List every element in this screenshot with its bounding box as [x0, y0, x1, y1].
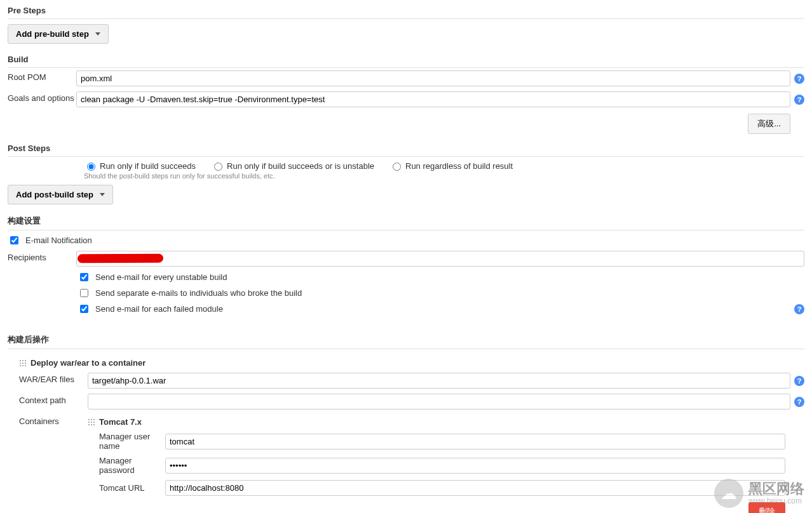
recipients-label: Recipients	[8, 251, 76, 262]
radio-run-unstable-input[interactable]	[214, 163, 222, 171]
recipients-input[interactable]	[76, 251, 804, 267]
context-path-input[interactable]	[88, 394, 790, 410]
drag-handle-icon[interactable]	[88, 418, 95, 426]
radio-run-succeeds-label: Run only if build succeeds	[100, 161, 196, 171]
help-icon[interactable]: ?	[794, 74, 804, 84]
tomcat-title: Tomcat 7.x	[99, 417, 142, 427]
radio-run-unstable-label: Run only if build succeeds or is unstabl…	[227, 161, 374, 171]
email-failed-module-label: Send e-mail for each failed module	[95, 304, 223, 314]
radio-run-regardless-input[interactable]	[393, 163, 401, 171]
add-pre-build-step-label: Add pre-build step	[16, 29, 89, 39]
build-settings-header: 构建设置	[8, 212, 804, 230]
email-unstable-checkbox[interactable]	[80, 273, 88, 281]
delete-container-button[interactable]: 删除	[748, 502, 785, 513]
pre-steps-header: Pre Steps	[8, 3, 804, 19]
email-failed-module-checkbox[interactable]	[80, 305, 88, 313]
root-pom-input[interactable]	[76, 70, 790, 86]
deploy-war-title: Deploy war/ear to a container	[30, 358, 145, 368]
manager-password-input[interactable]	[165, 458, 785, 474]
manager-username-input[interactable]	[165, 434, 785, 450]
context-path-label: Context path	[19, 394, 88, 405]
manager-username-label: Manager user name	[99, 432, 165, 451]
goals-label: Goals and options	[8, 91, 76, 103]
goals-input[interactable]	[76, 91, 790, 107]
help-icon[interactable]: ?	[794, 95, 804, 105]
post-build-actions-header: 构建后操作	[8, 331, 804, 349]
email-notification-checkbox[interactable]	[10, 236, 18, 244]
redacted-marker	[78, 253, 163, 263]
post-steps-header: Post Steps	[8, 140, 804, 157]
help-icon[interactable]: ?	[794, 397, 804, 407]
tomcat-url-input[interactable]	[165, 480, 785, 496]
add-post-build-step-label: Add post-build step	[16, 190, 93, 199]
post-steps-hint: Should the post-build steps run only for…	[8, 172, 804, 180]
containers-label: Containers	[19, 415, 88, 426]
help-icon[interactable]: ?	[794, 304, 804, 314]
add-pre-build-step-button[interactable]: Add pre-build step	[8, 24, 109, 44]
email-individuals-checkbox[interactable]	[80, 289, 88, 297]
drag-handle-icon[interactable]	[19, 359, 27, 367]
radio-run-succeeds[interactable]: Run only if build succeeds	[84, 161, 196, 171]
email-unstable-label: Send e-mail for every unstable build	[95, 272, 227, 282]
email-notification-label: E-mail Notification	[25, 236, 92, 245]
radio-run-succeeds-input[interactable]	[87, 163, 95, 171]
war-files-label: WAR/EAR files	[19, 373, 88, 384]
root-pom-label: Root POM	[8, 70, 76, 82]
war-files-input[interactable]	[88, 373, 790, 389]
manager-password-label: Manager password	[99, 456, 165, 475]
radio-run-unstable[interactable]: Run only if build succeeds or is unstabl…	[211, 161, 374, 171]
build-header: Build	[8, 51, 804, 68]
add-post-build-step-button[interactable]: Add post-build step	[8, 185, 113, 204]
chevron-down-icon	[95, 32, 100, 36]
email-individuals-label: Send separate e-mails to individuals who…	[95, 288, 302, 298]
advanced-button[interactable]: 高级...	[748, 114, 790, 134]
help-icon[interactable]: ?	[794, 376, 804, 386]
radio-run-regardless-label: Run regardless of build result	[405, 161, 513, 171]
tomcat-url-label: Tomcat URL	[99, 483, 165, 493]
radio-run-regardless[interactable]: Run regardless of build result	[389, 161, 513, 171]
chevron-down-icon	[100, 193, 105, 196]
